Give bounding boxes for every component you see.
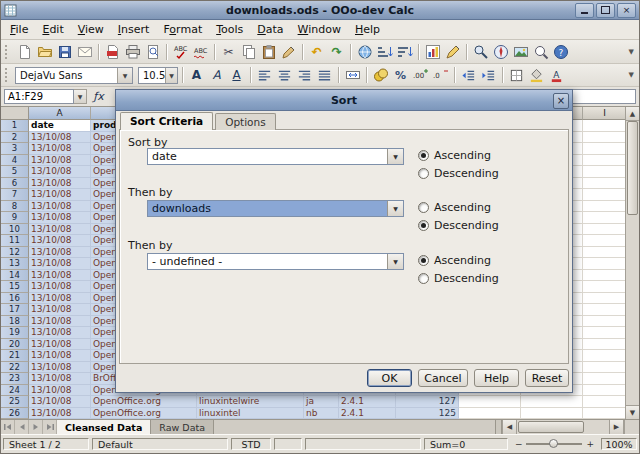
sort-by-descending-radio[interactable]: Descending xyxy=(418,166,499,180)
menu-item-view[interactable]: View xyxy=(71,21,111,38)
zoom-out-icon[interactable]: − xyxy=(515,439,523,449)
find-replace-icon[interactable] xyxy=(471,42,490,61)
status-selection-mode[interactable]: STD xyxy=(231,438,271,450)
cell-A11[interactable]: 13/10/08 xyxy=(29,235,91,247)
menu-item-tools[interactable]: Tools xyxy=(209,21,250,38)
page-preview-icon[interactable] xyxy=(143,42,162,61)
cell-I18[interactable] xyxy=(583,316,627,328)
status-page-style[interactable]: Default xyxy=(92,438,228,450)
cancel-button[interactable]: Cancel xyxy=(418,369,468,387)
cell-H26[interactable] xyxy=(521,408,583,420)
align-right-icon[interactable] xyxy=(295,66,314,85)
cell-I3[interactable] xyxy=(583,143,627,155)
row-header-19[interactable]: 19 xyxy=(1,327,29,339)
zoom-track[interactable] xyxy=(526,443,582,445)
cell-A20[interactable]: 13/10/08 xyxy=(29,339,91,351)
font-name-dropdown-icon[interactable]: ▼ xyxy=(117,68,132,83)
cell-E26[interactable]: 2.4.1 xyxy=(339,408,396,420)
add-decimal-icon[interactable]: .00 xyxy=(411,66,430,85)
help-button[interactable]: Help xyxy=(474,369,519,387)
cell-A4[interactable]: 13/10/08 xyxy=(29,155,91,167)
next-sheet-icon[interactable] xyxy=(29,420,43,434)
cell-I2[interactable] xyxy=(583,132,627,144)
cut-icon[interactable]: ✂ xyxy=(219,42,238,61)
underline-icon[interactable]: A xyxy=(227,66,246,85)
cell-I22[interactable] xyxy=(583,362,627,374)
hyperlink-icon[interactable] xyxy=(355,42,374,61)
cell-A6[interactable]: 13/10/08 xyxy=(29,178,91,190)
decrease-indent-icon[interactable] xyxy=(459,66,478,85)
function-wizard-icon[interactable]: ƒx xyxy=(90,89,107,105)
zoom-icon[interactable] xyxy=(531,42,550,61)
cell-A25[interactable]: 13/10/08 xyxy=(29,396,91,408)
increase-indent-icon[interactable] xyxy=(479,66,498,85)
cell-A10[interactable]: 13/10/08 xyxy=(29,224,91,236)
row-header-11[interactable]: 11 xyxy=(1,235,29,247)
minimize-button[interactable] xyxy=(575,3,594,18)
combo-dropdown-icon[interactable]: ▼ xyxy=(387,201,403,216)
row-header-2[interactable]: 2 xyxy=(1,132,29,144)
cell-I10[interactable] xyxy=(583,224,627,236)
cell-A7[interactable]: 13/10/08 xyxy=(29,189,91,201)
scroll-right-icon[interactable]: ▶ xyxy=(609,420,624,434)
cell-A21[interactable]: 13/10/08 xyxy=(29,350,91,362)
row-header-5[interactable]: 5 xyxy=(1,166,29,178)
toolbar-overflow-icon[interactable]: ▼ xyxy=(629,71,637,79)
row-header-9[interactable]: 9 xyxy=(1,212,29,224)
zoom-in-icon[interactable]: + xyxy=(586,439,594,449)
name-box[interactable]: A1:F29 xyxy=(4,89,74,104)
background-color-icon[interactable] xyxy=(527,66,546,85)
print-icon[interactable] xyxy=(123,42,142,61)
cell-B26[interactable]: OpenOffice.org xyxy=(91,408,197,420)
menu-item-help[interactable]: Help xyxy=(348,21,387,38)
currency-icon[interactable] xyxy=(371,66,390,85)
reset-button[interactable]: Reset xyxy=(525,369,569,387)
row-header-16[interactable]: 16 xyxy=(1,293,29,305)
cell-A14[interactable]: 13/10/08 xyxy=(29,270,91,282)
export-pdf-icon[interactable] xyxy=(103,42,122,61)
cell-A26[interactable]: 13/10/08 xyxy=(29,408,91,420)
row-header-10[interactable]: 10 xyxy=(1,224,29,236)
italic-icon[interactable]: A xyxy=(207,66,226,85)
sort-descending-icon[interactable] xyxy=(395,42,414,61)
cell-I4[interactable] xyxy=(583,155,627,167)
row-header-6[interactable]: 6 xyxy=(1,178,29,190)
cell-A16[interactable]: 13/10/08 xyxy=(29,293,91,305)
spellcheck-icon[interactable]: ABC xyxy=(171,42,190,61)
status-sum[interactable]: Sum=0 xyxy=(424,438,508,450)
row-header-12[interactable]: 12 xyxy=(1,247,29,259)
toolbar-drag-handle[interactable] xyxy=(5,68,10,82)
cell-I1[interactable] xyxy=(583,120,627,132)
zoom-percent[interactable]: 100% xyxy=(601,438,637,450)
row-header-18[interactable]: 18 xyxy=(1,316,29,328)
cell-G25[interactable] xyxy=(459,396,521,408)
menu-item-edit[interactable]: Edit xyxy=(35,21,70,38)
show-draw-functions-icon[interactable] xyxy=(443,42,462,61)
then-by-2-descending-radio[interactable]: Descending xyxy=(418,271,499,285)
cell-F26[interactable]: 125 xyxy=(396,408,459,420)
row-header-22[interactable]: 22 xyxy=(1,362,29,374)
sort-by-ascending-radio[interactable]: Ascending xyxy=(418,148,491,162)
horizontal-scrollbar[interactable]: ◀ ▶ xyxy=(502,420,624,434)
then-by-combo-2[interactable]: - undefined - ▼ xyxy=(147,253,404,270)
column-header-I[interactable]: I xyxy=(583,107,627,120)
font-name-combo[interactable]: DejaVu Sans ▼ xyxy=(15,67,133,84)
last-sheet-icon[interactable] xyxy=(43,420,57,434)
copy-icon[interactable] xyxy=(239,42,258,61)
sort-ascending-icon[interactable] xyxy=(375,42,394,61)
title-bar[interactable]: downloads.ods - OOo-dev Calc × xyxy=(1,1,639,20)
cell-B25[interactable]: OpenOffice.org xyxy=(91,396,197,408)
cell-A15[interactable]: 13/10/08 xyxy=(29,281,91,293)
previous-sheet-icon[interactable] xyxy=(15,420,29,434)
toolbar-drag-handle[interactable] xyxy=(5,45,10,59)
save-icon[interactable] xyxy=(55,42,74,61)
scroll-left-icon[interactable]: ◀ xyxy=(502,420,517,434)
row-header-13[interactable]: 13 xyxy=(1,258,29,270)
cell-D26[interactable]: nb xyxy=(304,408,339,420)
row-header-4[interactable]: 4 xyxy=(1,155,29,167)
cell-I9[interactable] xyxy=(583,212,627,224)
then-by-2-ascending-radio[interactable]: Ascending xyxy=(418,253,491,267)
cell-A13[interactable]: 13/10/08 xyxy=(29,258,91,270)
cell-I19[interactable] xyxy=(583,327,627,339)
menu-item-format[interactable]: Format xyxy=(156,21,209,38)
